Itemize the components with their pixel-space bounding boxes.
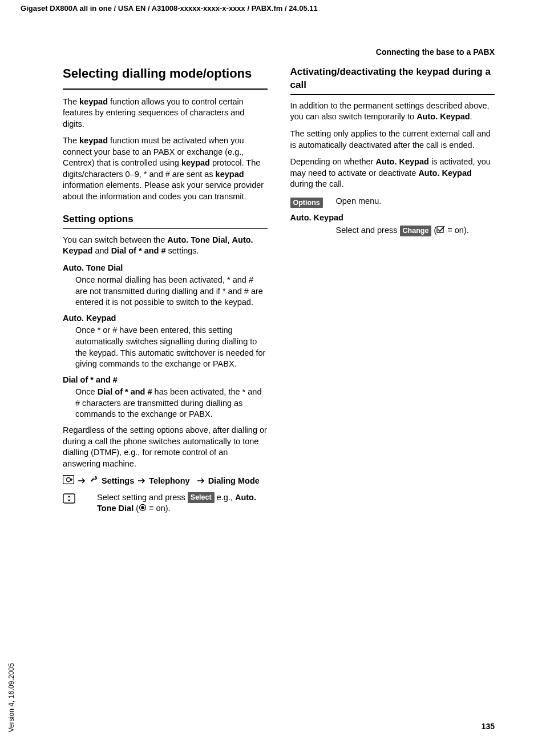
rule [63, 89, 268, 90]
svg-point-4 [141, 506, 144, 509]
version-label: Version 4, 16.09.2005 [7, 663, 16, 732]
text: . [470, 112, 472, 121]
paragraph: The keypad function allows you to contro… [63, 96, 268, 130]
text: e.g., [215, 493, 235, 502]
menu-path: Settings Telephony Dialing Mode [63, 475, 268, 488]
term: Auto. Keypad [63, 313, 268, 324]
term: Dial of * and # [63, 375, 268, 386]
heading-main: Selecting dialling mode/options [63, 66, 268, 82]
rule [63, 228, 268, 229]
definition: Select and press Change ( = on). [336, 225, 495, 236]
softkey-change: Change [400, 226, 432, 236]
text: Select and press [336, 226, 400, 235]
heading-sub: Setting options [63, 213, 268, 226]
updown-key-icon [63, 492, 86, 507]
text: , [228, 235, 232, 244]
page-number: 135 [482, 721, 495, 732]
radio-on-icon [139, 504, 147, 515]
text: Once [75, 387, 98, 396]
text: = on). [147, 504, 171, 513]
text-bold: Dial of * and # [98, 387, 152, 396]
text: You can switch between the [63, 235, 167, 244]
paragraph: The keypad function must be activated wh… [63, 135, 268, 202]
nav-label: Settings [102, 476, 134, 487]
text: and [92, 246, 111, 255]
paragraph: Regardless of the setting options above,… [63, 425, 268, 469]
wrench-icon [89, 475, 98, 488]
text: = on). [445, 226, 469, 235]
arrow-right-icon [197, 476, 205, 487]
menu-key-icon [63, 475, 74, 488]
text: settings. [166, 246, 199, 255]
term: Auto. Tone Dial [63, 263, 268, 274]
paragraph: The setting only applies to the current … [290, 128, 495, 151]
instruction-row: Options Open menu. [290, 196, 495, 208]
left-column: Selecting dialling mode/options The keyp… [63, 66, 268, 519]
instruction-text: Select setting and press Select e.g., Au… [97, 492, 268, 515]
svg-point-1 [67, 478, 71, 482]
page-content: Selecting dialling mode/options The keyp… [63, 66, 495, 519]
instruction-text: Open menu. [336, 196, 495, 207]
text-bold: keypad [79, 97, 108, 106]
text-bold: Auto. Keypad [418, 168, 471, 178]
text-bold: Auto. Keypad [375, 157, 428, 166]
page-header-path: Gigaset DX800A all in one / USA EN / A31… [21, 3, 318, 14]
nav-label: Telephony [149, 476, 189, 487]
softkey-options: Options [290, 198, 323, 208]
paragraph: Depending on whether Auto. Keypad is act… [290, 156, 495, 190]
definition: Once normal dialling has been activated,… [75, 275, 268, 308]
text-bold: keypad [216, 170, 244, 179]
rule [290, 94, 495, 95]
text: ( [431, 226, 436, 235]
text-bold: Auto. Keypad [416, 112, 470, 121]
text-bold: Dial of * and # [111, 246, 166, 255]
text: information elements. Please ask your se… [63, 180, 264, 201]
text: Select setting and press [97, 493, 188, 502]
instruction-row: Select setting and press Select e.g., Au… [63, 492, 268, 515]
term: Auto. Keypad [290, 212, 495, 224]
paragraph: You can switch between the Auto. Tone Di… [63, 235, 268, 257]
text: Depending on whether [290, 157, 376, 166]
checkbox-checked-icon [436, 225, 445, 236]
nav-label: Dialing Mode [208, 476, 260, 487]
text-bold: keypad [79, 136, 108, 145]
definition: Once * or # have been entered, this sett… [75, 325, 268, 369]
text-bold: keypad [181, 158, 210, 167]
right-column: Activating/deactivating the keypad durin… [290, 66, 495, 519]
definition: Once Dial of * and # has been activated,… [75, 387, 268, 420]
text: ( [134, 504, 139, 513]
heading-sub: Activating/deactivating the keypad durin… [290, 66, 495, 92]
arrow-right-icon [78, 476, 86, 487]
arrow-right-icon [137, 476, 145, 487]
section-title: Connecting the base to a PABX [376, 47, 495, 58]
paragraph: In addition to the permanent settings de… [290, 100, 495, 123]
softkey-select: Select [188, 492, 215, 503]
text-bold: Auto. Tone Dial [167, 235, 227, 244]
svg-rect-2 [63, 494, 75, 503]
text: during the call. [290, 179, 344, 188]
softkey-container: Options [290, 196, 325, 208]
text: The [63, 136, 79, 145]
text: The [63, 97, 79, 106]
